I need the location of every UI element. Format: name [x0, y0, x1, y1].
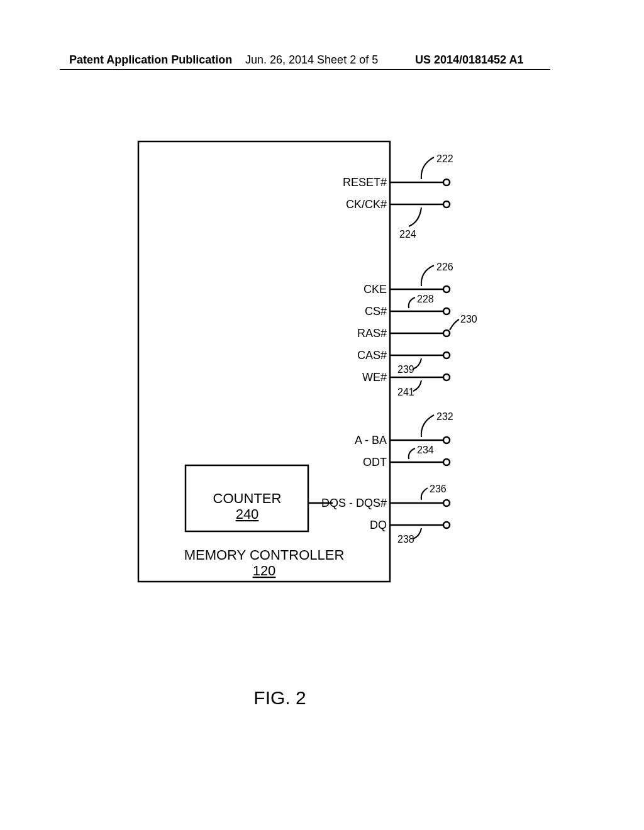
pin-ck: CK/CK# 224	[346, 198, 450, 240]
svg-text:230: 230	[460, 314, 477, 324]
pin-reset: RESET# 222	[343, 153, 453, 189]
pin-terminal-icon	[443, 437, 450, 443]
svg-text:224: 224	[399, 229, 416, 240]
svg-text:ODT: ODT	[363, 456, 387, 468]
pin-terminal-icon	[443, 352, 450, 358]
svg-text:238: 238	[397, 534, 414, 545]
counter-ref: 240	[236, 506, 259, 522]
svg-text:DQ: DQ	[370, 519, 387, 531]
pin-terminal-icon	[443, 179, 450, 185]
pin-odt: ODT 234	[363, 445, 450, 468]
pin-terminal-icon	[443, 500, 450, 506]
pin-terminal-icon	[443, 374, 450, 380]
svg-text:226: 226	[436, 262, 453, 272]
pin-terminal-icon	[443, 286, 450, 292]
pin-terminal-icon	[443, 330, 450, 336]
svg-text:CS#: CS#	[365, 305, 387, 318]
pin-terminal-icon	[443, 308, 450, 314]
svg-text:236: 236	[430, 484, 447, 494]
svg-text:232: 232	[436, 411, 453, 422]
pin-a-ba: A - BA 232	[355, 411, 453, 446]
svg-text:A - BA: A - BA	[355, 434, 387, 446]
svg-text:CAS#: CAS#	[357, 349, 387, 362]
svg-text:228: 228	[417, 294, 434, 304]
svg-text:CK/CK#: CK/CK#	[346, 198, 387, 211]
svg-text:222: 222	[436, 153, 453, 164]
svg-text:239: 239	[397, 364, 414, 375]
memory-controller-title: MEMORY CONTROLLER	[184, 547, 345, 563]
svg-text:241: 241	[397, 387, 414, 397]
pin-dqs: DQS - DQS# 236	[308, 484, 450, 509]
svg-text:234: 234	[417, 445, 434, 455]
pin-we: WE# 241	[362, 371, 450, 397]
pin-ras: RAS# 230	[357, 314, 477, 340]
counter-title: COUNTER	[213, 490, 282, 506]
pin-dq: DQ 238	[370, 519, 450, 545]
figure-label: FIG. 2	[253, 687, 306, 708]
svg-text:CKE: CKE	[364, 283, 387, 296]
pin-cke: CKE 226	[364, 262, 453, 296]
pin-terminal-icon	[443, 201, 450, 208]
svg-text:RAS#: RAS#	[357, 327, 387, 340]
svg-text:RESET#: RESET#	[343, 176, 387, 189]
memory-controller-ref: 120	[253, 563, 276, 578]
pin-terminal-icon	[443, 459, 450, 465]
pin-cs: CS# 228	[365, 294, 450, 318]
svg-text:WE#: WE#	[362, 371, 387, 384]
pin-terminal-icon	[443, 522, 450, 528]
figure-svg: MEMORY CONTROLLER 120 COUNTER 240 RESET#…	[0, 0, 644, 830]
